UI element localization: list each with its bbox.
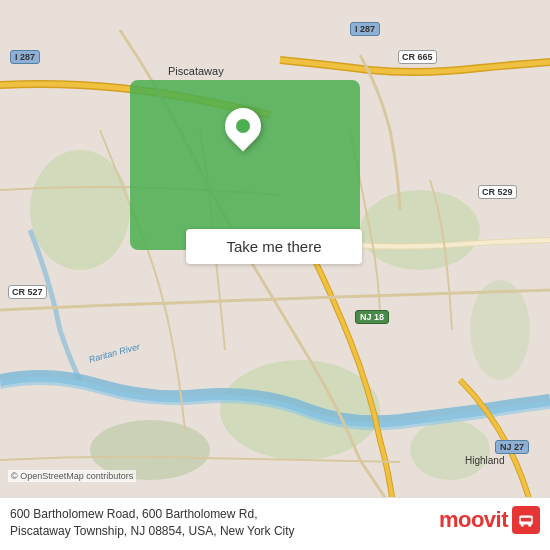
highway-label-cr527: CR 527	[8, 285, 47, 299]
moovit-bus-icon	[517, 511, 535, 529]
bottom-bar: 600 Bartholomew Road, 600 Bartholomew Rd…	[0, 497, 550, 550]
highway-label-cr529: CR 529	[478, 185, 517, 199]
location-pin	[225, 108, 261, 144]
address-line1: 600 Bartholomew Road, 600 Bartholomew Rd…	[10, 506, 429, 523]
moovit-icon	[512, 506, 540, 534]
svg-point-5	[410, 420, 490, 480]
address-line2: Piscataway Township, NJ 08854, USA, New …	[10, 523, 429, 540]
location-highlight	[130, 80, 360, 250]
moovit-logo: moovit	[439, 506, 540, 534]
svg-point-8	[521, 524, 524, 527]
place-label-piscataway: Piscataway	[168, 65, 224, 77]
address-section: 600 Bartholomew Road, 600 Bartholomew Rd…	[10, 506, 429, 540]
highway-label-i287-right: I 287	[350, 22, 380, 36]
svg-point-6	[470, 280, 530, 380]
highway-label-nj27: NJ 27	[495, 440, 529, 454]
osm-credit: © OpenStreetMap contributors	[8, 470, 136, 482]
svg-rect-10	[521, 518, 532, 522]
place-label-highland: Highland	[465, 455, 504, 466]
pin-inner	[236, 119, 250, 133]
highway-label-nj18: NJ 18	[355, 310, 389, 324]
map-container: I 287 I 287 CR 665 CR 529 CR 527 NJ 18 N…	[0, 0, 550, 550]
moovit-text: moovit	[439, 507, 508, 533]
pin-shape	[218, 101, 269, 152]
highway-label-cr665: CR 665	[398, 50, 437, 64]
svg-point-9	[528, 524, 531, 527]
highway-label-i287-left: I 287	[10, 50, 40, 64]
take-me-there-button[interactable]: Take me there	[186, 229, 362, 264]
svg-point-1	[360, 190, 480, 270]
